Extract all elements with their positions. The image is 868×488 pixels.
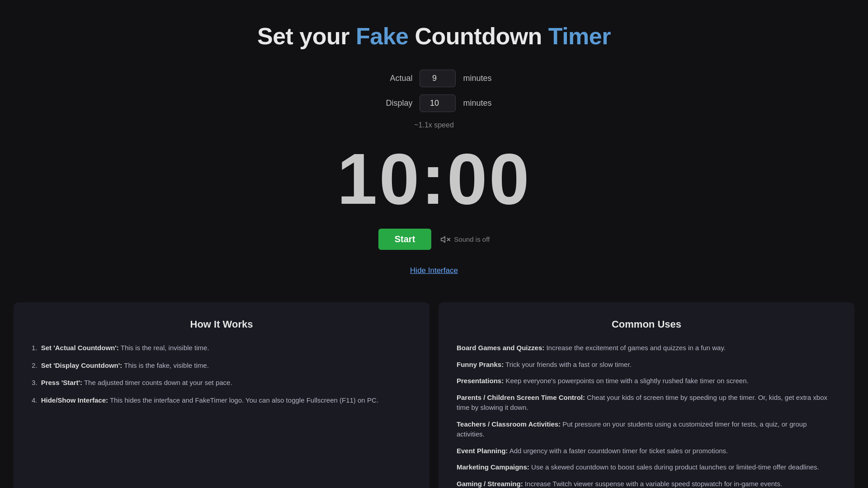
list-item: 3. Press 'Start': The adjusted timer cou… xyxy=(32,378,411,388)
actual-input[interactable] xyxy=(420,70,456,87)
display-input[interactable] xyxy=(420,94,456,112)
common-uses-title: Common Uses xyxy=(457,319,836,330)
how-it-works-title: How It Works xyxy=(32,319,411,330)
title-fake: Fake xyxy=(356,23,409,49)
list-item: Presentations: Keep everyone's powerpoin… xyxy=(457,376,836,386)
hide-interface-button[interactable]: Hide Interface xyxy=(410,266,458,275)
speed-display: ~1.1x speed xyxy=(414,121,454,129)
hide-interface-container: Hide Interface xyxy=(410,258,458,275)
actual-row: Actual minutes xyxy=(376,70,491,87)
controls-section: Actual minutes Display minutes ~1.1x spe… xyxy=(376,70,491,129)
list-item: Board Games and Quizzes: Increase the ex… xyxy=(457,343,836,353)
title-middle: Countdown xyxy=(409,23,548,49)
actual-unit: minutes xyxy=(463,74,491,83)
title-prefix: Set your xyxy=(257,23,356,49)
list-item: Marketing Campaigns: Use a skewed countd… xyxy=(457,462,836,473)
timer-section: 10:00 xyxy=(337,143,531,215)
common-uses-card: Common Uses Board Games and Quizzes: Inc… xyxy=(439,302,854,488)
info-section: How It Works 1. Set 'Actual Countdown': … xyxy=(14,302,854,488)
actual-label: Actual xyxy=(376,74,412,83)
common-uses-list: Board Games and Quizzes: Increase the ex… xyxy=(457,343,836,488)
list-item: Parents / Children Screen Time Control: … xyxy=(457,393,836,413)
sound-label: Sound is off xyxy=(454,235,490,243)
list-item: 4. Hide/Show Interface: This hides the i… xyxy=(32,395,411,406)
list-item: Funny Pranks: Trick your friends with a … xyxy=(457,360,836,370)
page-wrapper: Set your Fake Countdown Timer Actual min… xyxy=(0,0,868,488)
list-item: Teachers / Classroom Activities: Put pre… xyxy=(457,419,836,440)
how-it-works-card: How It Works 1. Set 'Actual Countdown': … xyxy=(14,302,429,488)
sound-indicator[interactable]: Sound is off xyxy=(440,235,490,244)
start-button[interactable]: Start xyxy=(378,229,432,250)
action-section: Start Sound is off xyxy=(378,229,490,250)
how-it-works-list: 1. Set 'Actual Countdown': This is the r… xyxy=(32,343,411,405)
list-item: 2. Set 'Display Countdown': This is the … xyxy=(32,361,411,371)
header-section: Set your Fake Countdown Timer xyxy=(257,0,611,50)
list-item: Event Planning: Add urgency with a faste… xyxy=(457,446,836,456)
timer-display: 10:00 xyxy=(337,143,531,215)
sound-off-icon xyxy=(440,235,450,244)
title-timer: Timer xyxy=(548,23,611,49)
page-title: Set your Fake Countdown Timer xyxy=(257,23,611,50)
display-row: Display minutes xyxy=(376,94,491,112)
list-item: Gaming / Streaming: Increase Twitch view… xyxy=(457,479,836,488)
display-unit: minutes xyxy=(463,99,491,108)
list-item: 1. Set 'Actual Countdown': This is the r… xyxy=(32,343,411,353)
display-label: Display xyxy=(376,99,412,108)
